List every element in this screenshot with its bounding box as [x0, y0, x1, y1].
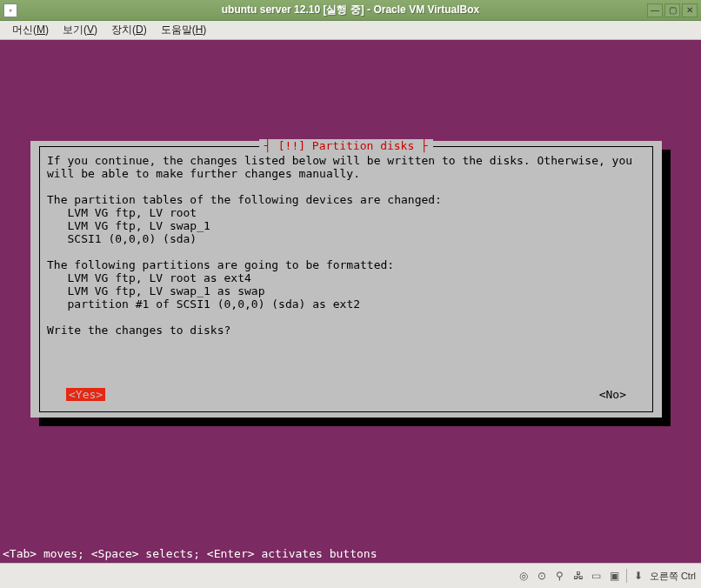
optical-disk-icon[interactable]: ⊙ — [535, 569, 549, 583]
close-button[interactable]: ✕ — [682, 3, 698, 17]
no-button[interactable]: <No> — [599, 388, 626, 401]
dialog-border: ┤ [!!] Partition disks ├ If you continue… — [39, 146, 653, 412]
minimize-button[interactable]: — — [647, 3, 663, 17]
hard-disk-icon[interactable]: ◎ — [517, 569, 531, 583]
shared-folder-icon[interactable]: ▭ — [590, 569, 604, 583]
usb-icon[interactable]: ⚲ — [553, 569, 567, 583]
menu-view[interactable]: 보기(V) — [56, 21, 104, 39]
app-icon: ▫ — [3, 3, 17, 17]
dialog-body: If you continue, the changes listed belo… — [47, 154, 645, 337]
navigation-hint: <Tab> moves; <Space> selects; <Enter> ac… — [3, 547, 377, 560]
display-icon[interactable]: ▣ — [608, 569, 622, 583]
maximize-button[interactable]: ▢ — [664, 3, 680, 17]
window-controls: — ▢ ✕ — [647, 3, 698, 17]
menubar: 머신(M) 보기(V) 장치(D) 도움말(H) — [0, 21, 701, 40]
partition-dialog: ┤ [!!] Partition disks ├ If you continue… — [30, 141, 662, 418]
menu-devices[interactable]: 장치(D) — [104, 21, 154, 39]
window-title: ubuntu server 12.10 [실행 중] - Oracle VM V… — [0, 3, 701, 17]
dialog-title: ┤ [!!] Partition disks ├ — [259, 139, 433, 152]
mouse-integration-icon[interactable]: ⬇ — [631, 569, 645, 583]
host-key-label: 오른쪽 Ctrl — [650, 570, 696, 583]
vm-screen: ┤ [!!] Partition disks ├ If you continue… — [0, 40, 701, 563]
statusbar: ◎ ⊙ ⚲ 🖧 ▭ ▣ ⬇ 오른쪽 Ctrl — [0, 563, 701, 588]
dialog-buttons: <Yes> <No> — [47, 388, 645, 401]
window-titlebar: ▫ ubuntu server 12.10 [실행 중] - Oracle VM… — [0, 0, 701, 21]
network-icon[interactable]: 🖧 — [571, 569, 585, 583]
yes-button[interactable]: <Yes> — [66, 388, 105, 401]
menu-help[interactable]: 도움말(H) — [154, 21, 214, 39]
separator — [626, 569, 627, 583]
menu-machine[interactable]: 머신(M) — [5, 21, 56, 39]
